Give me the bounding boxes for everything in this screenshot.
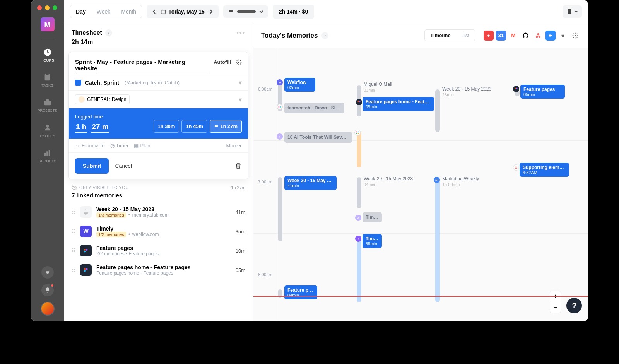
settings-icon[interactable] xyxy=(570,31,580,41)
memory-title: Timely xyxy=(96,226,231,232)
event-time: 28min xyxy=(442,92,454,97)
plug-button[interactable] xyxy=(41,266,54,279)
zoom-icon[interactable] xyxy=(545,31,556,41)
plug-icon[interactable] xyxy=(558,31,568,41)
maximize-window[interactable] xyxy=(53,5,57,10)
linked-memory[interactable]: ⠿ W Timely 1/2 memories • webflow.com 35… xyxy=(64,222,253,241)
gmail-icon[interactable]: M xyxy=(508,31,518,41)
gcal-icon: 31 xyxy=(434,177,440,183)
timeline-event[interactable]: teamcatch - Dewo - Slack xyxy=(284,103,344,113)
zoom-controls: + − xyxy=(550,291,561,313)
prev-day[interactable] xyxy=(150,7,158,17)
svg-point-10 xyxy=(231,10,233,12)
brain-icon xyxy=(214,124,219,129)
event-app-icon: ↑ xyxy=(355,236,361,242)
more-link[interactable]: More ▾ xyxy=(226,143,242,149)
panel-menu[interactable]: ••• xyxy=(236,29,245,36)
next-day[interactable] xyxy=(207,7,215,17)
app-logo[interactable]: M xyxy=(41,17,55,31)
drag-handle[interactable]: ⠿ xyxy=(72,267,75,273)
minutes-input[interactable]: 27 m xyxy=(91,123,109,133)
main-sidebar: M HOURS TASKS PROJECTS PEOPLE xyxy=(31,0,64,321)
plan-link[interactable]: ▦ Plan xyxy=(134,143,150,149)
view-day[interactable]: Day xyxy=(70,5,91,18)
close-window[interactable] xyxy=(37,5,42,10)
drag-handle[interactable]: ⠿ xyxy=(72,248,75,254)
linked-memory[interactable]: ⠿ Week 20 - 15 May 2023 1/3 memories • m… xyxy=(64,202,253,222)
timeline-event[interactable]: Webflow 02min xyxy=(284,78,315,92)
hour-label: 7:00am xyxy=(256,179,274,184)
svg-rect-2 xyxy=(46,73,49,75)
svg-point-38 xyxy=(515,167,516,169)
svg-point-23 xyxy=(536,36,538,38)
asana-icon[interactable] xyxy=(533,31,543,41)
tag-selector[interactable]: GENERAL: Design ▾ xyxy=(75,94,242,104)
timeline-event[interactable]: Timely 35min xyxy=(363,234,382,248)
day-summary[interactable]: 2h 14m · $0 xyxy=(273,5,315,19)
slack-icon xyxy=(277,104,283,110)
timeline-event[interactable]: Feature pages 05min xyxy=(520,85,565,99)
nav-reports[interactable]: REPORTS xyxy=(39,149,56,163)
linked-memory[interactable]: ⠿ Feature pages 2/2 memories • Feature p… xyxy=(64,241,253,260)
view-week[interactable]: Week xyxy=(91,5,116,18)
submit-button[interactable]: Submit xyxy=(75,158,109,174)
entry-settings[interactable] xyxy=(236,58,242,65)
nav-label: PROJECTS xyxy=(38,108,57,113)
clipboard-icon xyxy=(566,9,573,15)
svg-rect-1 xyxy=(45,74,50,81)
memory-time: 41m xyxy=(236,209,245,215)
view-month[interactable]: Month xyxy=(116,5,142,18)
tag-filter[interactable] xyxy=(223,5,268,18)
timeline-view[interactable]: Timeline xyxy=(425,30,456,41)
timeline-event[interactable]: Feature pages 04min xyxy=(284,285,317,299)
timer-link[interactable]: ◔ Timer xyxy=(110,143,129,149)
delete-button[interactable] xyxy=(235,162,242,169)
time-bar xyxy=(357,236,361,302)
info-icon[interactable]: i xyxy=(105,29,112,36)
linked-memory[interactable]: ⠿ Feature pages home - Feature pages Fea… xyxy=(64,260,253,280)
timeline-event[interactable]: 10 AI Tools That Will Save You... xyxy=(284,132,352,143)
event-label: Week 20 - 15 May 2023 xyxy=(364,176,413,181)
time-suggestion[interactable]: 1h 30m xyxy=(154,120,180,133)
linked-count: 7 linked memories xyxy=(64,191,253,202)
svg-point-24 xyxy=(539,36,540,38)
notifications-button[interactable] xyxy=(41,284,54,296)
from-to-link[interactable]: ↔ From & To xyxy=(75,143,105,149)
drag-handle[interactable]: ⠿ xyxy=(72,209,75,215)
drag-handle[interactable]: ⠿ xyxy=(72,228,75,234)
svg-point-13 xyxy=(238,62,239,63)
time-bar xyxy=(435,178,440,302)
cancel-button[interactable]: Cancel xyxy=(115,163,132,169)
time-suggestion-ai[interactable]: 1h 27m xyxy=(210,120,242,133)
current-date[interactable]: Today, May 15 xyxy=(161,9,205,15)
user-avatar[interactable] xyxy=(41,302,55,316)
gcal-icon[interactable]: 31 xyxy=(496,31,506,41)
clipboard-dropdown[interactable] xyxy=(563,5,582,18)
zoom-out[interactable]: − xyxy=(550,302,561,313)
timeline-grid[interactable]: 6:00am 7:00am 8:00am w Webflow 02min xyxy=(253,48,588,321)
info-icon[interactable]: i xyxy=(321,32,328,39)
memory-title: Feature pages home - Feature pages xyxy=(96,264,231,270)
nav-hours[interactable]: HOURS xyxy=(41,48,54,62)
github-icon[interactable] xyxy=(521,31,531,41)
svg-rect-28 xyxy=(280,106,281,108)
time-suggestion[interactable]: 1h 45m xyxy=(181,120,207,133)
briefcase-icon xyxy=(43,98,52,107)
current-time-line xyxy=(253,296,588,297)
project-selector[interactable]: Catch: Sprint (Marketing Team: Catch) ▾ xyxy=(75,79,242,86)
logged-label: Logged time xyxy=(75,114,109,120)
timeline-event[interactable]: Supporting elements 6:52AM xyxy=(520,163,569,177)
nav-projects[interactable]: PROJECTS xyxy=(38,98,57,113)
minimize-window[interactable] xyxy=(45,5,50,10)
hours-input[interactable]: 1 h xyxy=(75,123,87,133)
autofill-button[interactable]: Autofill xyxy=(214,58,231,65)
nav-tasks[interactable]: TASKS xyxy=(41,73,53,87)
help-button[interactable]: ? xyxy=(566,298,582,313)
timeline-event[interactable]: Timely xyxy=(363,212,382,222)
list-view[interactable]: List xyxy=(456,30,475,41)
timeline-event[interactable]: Week 20 - 15 May 2023 41min xyxy=(284,176,337,190)
nav-people[interactable]: PEOPLE xyxy=(40,123,55,138)
entry-title-input[interactable]: Sprint - May - Feature pages - Marketing… xyxy=(75,58,209,73)
timeline-event[interactable]: Feature pages home - Feature... 05min xyxy=(363,97,434,111)
integration-icon[interactable]: ● xyxy=(484,31,494,41)
